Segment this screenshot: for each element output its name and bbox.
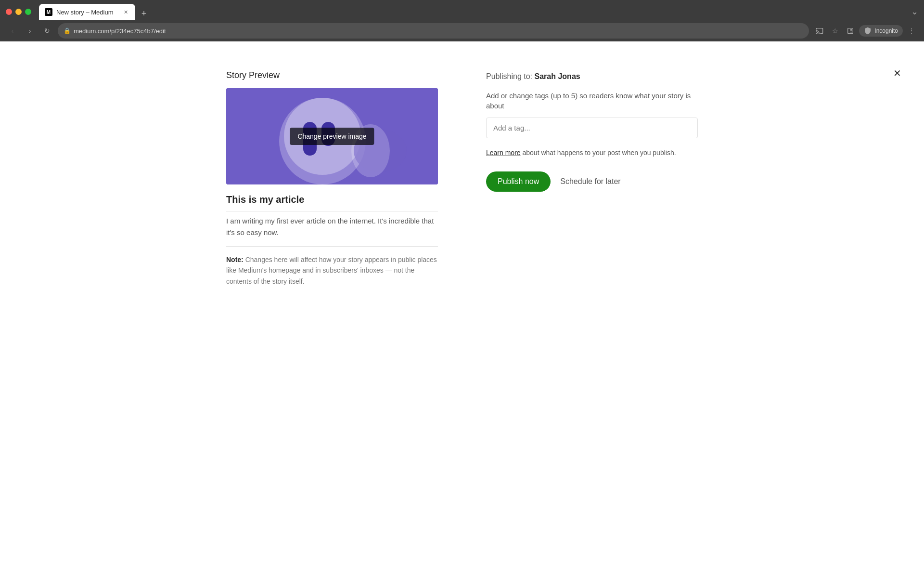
close-tab-button[interactable]: ✕ [122, 8, 129, 16]
panel-layout: Story Preview Change preview image [0, 41, 924, 287]
schedule-later-button[interactable]: Schedule for later [560, 171, 620, 192]
refresh-icon: ↻ [44, 27, 50, 35]
forward-button[interactable]: › [23, 24, 37, 38]
story-preview-heading: Story Preview [226, 70, 438, 80]
publish-now-button[interactable]: Publish now [486, 171, 551, 192]
publishing-to: Publishing to: Sarah Jonas [486, 72, 698, 81]
article-body-preview: I am writing my first ever article on th… [226, 215, 438, 247]
refresh-button[interactable]: ↻ [40, 24, 54, 38]
side-panel-icon[interactable] [844, 24, 857, 38]
new-tab-button[interactable]: + [137, 7, 151, 20]
tag-input[interactable] [486, 118, 698, 138]
maximize-window-button[interactable] [25, 9, 31, 15]
cast-icon[interactable] [813, 24, 826, 38]
browser-menu-button[interactable]: ⋮ [905, 24, 918, 38]
learn-more-link[interactable]: Learn more [486, 149, 521, 157]
dropdown-button[interactable]: ⌄ [911, 6, 924, 17]
article-note: Note: Changes here will affect how your … [226, 254, 438, 287]
browser-actions: ☆ Incognito ⋮ [813, 24, 918, 38]
tab-bar: M New story – Medium ✕ + [39, 3, 911, 20]
publishing-to-label: Publishing to: [486, 72, 535, 80]
tags-description: Add or change tags (up to 5) so readers … [486, 91, 698, 111]
note-label: Note: [226, 256, 244, 263]
browser-chrome: M New story – Medium ✕ + ⌄ ‹ › ↻ 🔒 mediu… [0, 0, 924, 41]
bookmark-icon[interactable]: ☆ [828, 24, 842, 38]
learn-more-text: Learn more about what happens to your po… [486, 148, 698, 158]
address-bar[interactable]: 🔒 medium.com/p/234ec75c4b7/edit [58, 23, 809, 39]
publishing-panel: Publishing to: Sarah Jonas Add or change… [486, 70, 698, 287]
minimize-window-button[interactable] [15, 9, 22, 15]
incognito-label: Incognito [874, 27, 898, 34]
menu-icon: ⋮ [908, 27, 915, 35]
active-tab[interactable]: M New story – Medium ✕ [39, 4, 135, 20]
learn-more-suffix: about what happens to your post when you… [521, 149, 676, 157]
article-title-preview: This is my article [226, 194, 438, 211]
publish-actions: Publish now Schedule for later [486, 171, 698, 192]
close-window-button[interactable] [6, 9, 12, 15]
story-preview-panel: Story Preview Change preview image [226, 70, 438, 287]
tab-favicon: M [45, 8, 52, 16]
back-icon: ‹ [12, 27, 14, 35]
url-display: medium.com/p/234ec75c4b7/edit [74, 27, 803, 35]
preview-image-container[interactable]: Change preview image [226, 88, 438, 184]
lock-icon: 🔒 [64, 27, 71, 34]
browser-tabs-row: M New story – Medium ✕ + ⌄ [0, 0, 924, 20]
incognito-badge: Incognito [859, 25, 903, 37]
change-preview-image-button[interactable]: Change preview image [290, 128, 374, 145]
page-content: ✕ Story Preview [0, 41, 924, 578]
note-text: Changes here will affect how your story … [226, 256, 437, 285]
back-button[interactable]: ‹ [6, 24, 19, 38]
close-icon: ✕ [893, 67, 901, 79]
browser-nav-row: ‹ › ↻ 🔒 medium.com/p/234ec75c4b7/edit ☆ … [0, 20, 924, 41]
traffic-lights [6, 9, 31, 15]
tab-title: New story – Medium [56, 9, 118, 16]
tab-favicon-m-letter: M [47, 10, 51, 15]
star-icon: ☆ [832, 27, 838, 35]
forward-icon: › [29, 27, 31, 35]
close-panel-button[interactable]: ✕ [889, 66, 905, 81]
author-name: Sarah Jonas [535, 72, 580, 80]
